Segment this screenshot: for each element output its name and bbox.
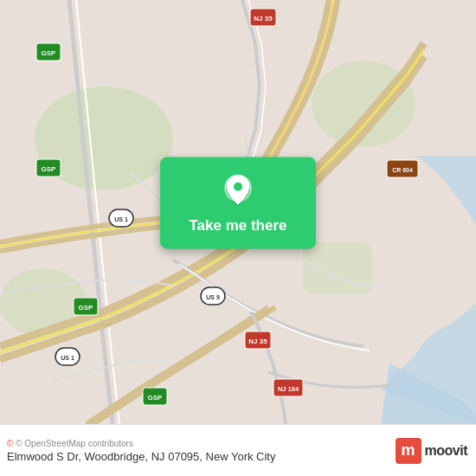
svg-point-28 (234, 183, 242, 191)
svg-text:GSP: GSP (79, 304, 94, 312)
moovit-m-icon: m (396, 438, 421, 464)
svg-text:NJ 35: NJ 35 (248, 338, 267, 345)
svg-text:GSP: GSP (42, 49, 57, 57)
bottom-bar: © © OpenStreetMap contributors Elmwood S… (0, 424, 476, 476)
svg-rect-3 (303, 242, 372, 294)
svg-text:NJ 184: NJ 184 (278, 385, 299, 393)
svg-text:US 1: US 1 (61, 355, 74, 361)
osm-icon: © (7, 439, 13, 448)
cta-label: Take me there (189, 217, 286, 235)
svg-text:GSP: GSP (148, 394, 164, 402)
svg-text:US 1: US 1 (114, 216, 128, 222)
take-me-there-button[interactable]: Take me there (160, 157, 316, 248)
address-text: Elmwood S Dr, Woodbridge, NJ 07095, New … (7, 450, 396, 463)
svg-text:CR 604: CR 604 (392, 167, 413, 173)
svg-text:GSP: GSP (42, 165, 57, 173)
map-container: GSP GSP GSP GSP NJ 35 NJ 35 US 1 US 1 US… (0, 0, 476, 424)
svg-text:US 9: US 9 (206, 294, 220, 300)
moovit-text: moovit (425, 443, 467, 459)
osm-credit: © © OpenStreetMap contributors (7, 439, 396, 448)
location-pin-icon (220, 174, 256, 210)
address-block: © © OpenStreetMap contributors Elmwood S… (7, 439, 396, 463)
moovit-logo: m moovit (396, 438, 467, 464)
svg-text:NJ 35: NJ 35 (254, 15, 273, 23)
